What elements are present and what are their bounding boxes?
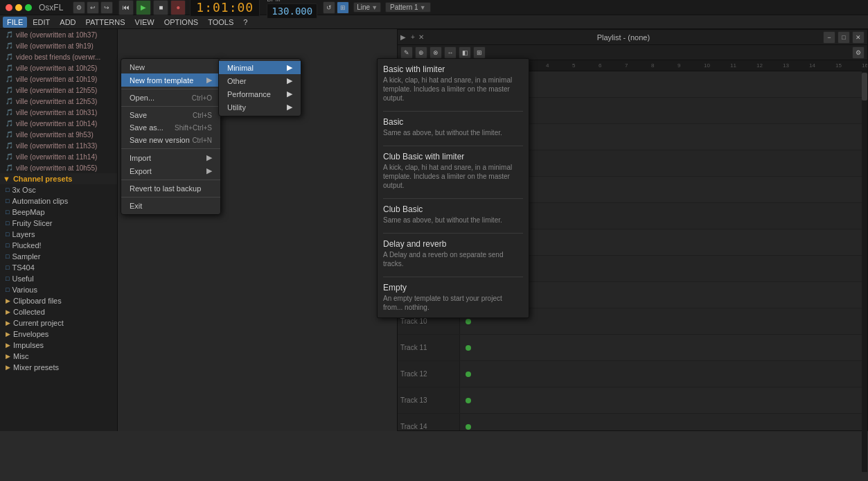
bpm-display[interactable]: 130.000 — [267, 3, 317, 19]
template-menu-utility[interactable]: Utility ▶ — [219, 100, 301, 114]
template-option-club-basic[interactable]: Club Basic Same as above, but without th… — [383, 204, 523, 225]
track-14-content[interactable] — [460, 414, 867, 430]
sidebar-folder-mixer[interactable]: ▶ Mixer presets — [0, 362, 117, 373]
playlist-icon-add[interactable]: + — [411, 33, 415, 41]
ruler-6: 6 — [599, 62, 625, 69]
pl-tb-7[interactable]: ⚙ — [852, 46, 865, 59]
sidebar-preset-plucked[interactable]: □ Plucked! — [0, 240, 117, 251]
sidebar-folder-misc[interactable]: ▶ Misc — [0, 351, 117, 362]
maximize-button[interactable] — [25, 4, 32, 11]
playlist-icon-del[interactable]: ✕ — [418, 33, 424, 41]
sidebar-file-5[interactable]: 🎵 ville (overwritten at 10h19) — [0, 73, 117, 85]
menu-tools[interactable]: TOOLS — [204, 17, 238, 28]
template-option-delay-reverb[interactable]: Delay and reverb A Delay and a reverb on… — [383, 239, 523, 268]
templates-panel: Basic with limiter A kick, clap, hi hat … — [377, 58, 529, 318]
track-11-content[interactable] — [460, 335, 867, 360]
template-menu-performance[interactable]: Performance ▶ — [219, 87, 301, 100]
template-menu-minimal[interactable]: Minimal ▶ — [219, 61, 301, 74]
sidebar-file-13[interactable]: 🎵 ville (overwritten at 10h55) — [0, 162, 117, 173]
pl-tb-5[interactable]: ◧ — [459, 46, 471, 59]
loop-btn[interactable]: ↺ — [323, 1, 335, 14]
sidebar-preset-automation[interactable]: □ Automation clips — [0, 195, 117, 207]
pl-tb-3[interactable]: ⊗ — [429, 46, 442, 59]
sidebar-file-1[interactable]: 🎵 ville (overwritten at 10h37) — [0, 29, 117, 40]
sidebar-file-12[interactable]: 🎵 ville (overwritten at 11h14) — [0, 151, 117, 162]
file-menu-revert[interactable]: Revert to last backup — [121, 182, 220, 195]
record-button[interactable]: ● — [170, 0, 186, 15]
file-menu-save-new[interactable]: Save new version Ctrl+N — [121, 134, 220, 146]
sidebar-file-4-label: ville (overwritten at 10h25) — [16, 64, 97, 72]
sidebar-folder-clipboard[interactable]: ▶ Clipboard files — [0, 295, 117, 306]
line-arrow[interactable]: ▼ — [371, 4, 378, 11]
file-menu-new-template[interactable]: New from template ▶ — [121, 73, 220, 87]
sidebar-file-7[interactable]: 🎵 ville (overwritten at 12h53) — [0, 96, 117, 107]
sidebar-file-6[interactable]: 🎵 ville (overwritten at 12h55) — [0, 85, 117, 96]
pl-tb-1[interactable]: ✎ — [400, 46, 413, 59]
file-menu-new[interactable]: New — [121, 61, 220, 73]
menu-help[interactable]: ? — [239, 17, 251, 28]
sidebar-preset-useful[interactable]: □ Useful — [0, 273, 117, 284]
menu-add[interactable]: ADD — [55, 17, 80, 28]
sidebar-preset-layers[interactable]: □ Layers — [0, 229, 117, 240]
playlist-restore[interactable]: □ — [838, 31, 850, 44]
track-13-content[interactable] — [460, 387, 867, 413]
close-button[interactable] — [6, 4, 12, 11]
pl-tb-2[interactable]: ⊕ — [415, 46, 427, 59]
pl-tb-4[interactable]: ↔ — [444, 46, 457, 59]
sidebar-file-11[interactable]: 🎵 ville (overwritten at 11h33) — [0, 140, 117, 151]
playlist-minimize[interactable]: − — [823, 31, 835, 44]
sidebar-preset-beepmap[interactable]: □ BeepMap — [0, 207, 117, 218]
toolbar-icon-1[interactable]: ⚙ — [73, 1, 85, 14]
template-option-basic[interactable]: Basic Same as above, but without the lim… — [383, 117, 523, 137]
template-option-club-basic-limiter[interactable]: Club Basic with limiter A kick, clap, hi… — [383, 152, 523, 190]
sidebar-file-2[interactable]: 🎵 ville (overwritten at 9h19) — [0, 40, 117, 51]
file-menu-export[interactable]: Export ▶ — [121, 164, 220, 177]
file-menu-import[interactable]: Import ▶ — [121, 151, 220, 164]
play-button[interactable]: ▶ — [136, 0, 151, 15]
sidebar-folder-envelopes[interactable]: ▶ Envelopes — [0, 329, 117, 340]
file-menu-save[interactable]: Save Ctrl+S — [121, 109, 220, 121]
toolbar-icon-3[interactable]: ↪ — [100, 1, 113, 14]
sidebar-file-8[interactable]: 🎵 ville (overwritten at 10h31) — [0, 107, 117, 118]
file-menu-exit[interactable]: Exit — [121, 200, 220, 212]
pattern-arrow[interactable]: ▼ — [420, 4, 426, 11]
track-12-content[interactable] — [460, 361, 867, 387]
sidebar-file-4[interactable]: 🎵 ville (overwritten at 10h25) — [0, 62, 117, 73]
window-controls[interactable] — [6, 4, 32, 11]
toolbar-icon-2[interactable]: ↩ — [87, 1, 99, 14]
menu-view[interactable]: VIEW — [131, 17, 159, 28]
sidebar-folder-collected[interactable]: ▶ Collected — [0, 306, 117, 317]
playlist-icon-play[interactable]: ▶ — [400, 33, 406, 41]
file-menu-save-as[interactable]: Save as... Shift+Ctrl+S — [121, 121, 220, 134]
menu-file[interactable]: FILE — [3, 17, 27, 28]
sidebar-file-10[interactable]: 🎵 ville (overwritten at 9h53) — [0, 129, 117, 140]
minimize-button[interactable] — [15, 4, 22, 11]
playlist-scrollbar-thumb[interactable] — [862, 73, 867, 100]
sidebar-preset-3xosc[interactable]: □ 3x Osc — [0, 184, 117, 195]
menu-options[interactable]: OPTIONS — [160, 17, 203, 28]
channel-presets-header[interactable]: ▼ Channel presets — [0, 173, 117, 184]
sidebar-file-3[interactable]: 🎵 video best friends (overwr... — [0, 51, 117, 62]
template-option-empty[interactable]: Empty An empty template to start your pr… — [383, 283, 523, 312]
sidebar-preset-sampler[interactable]: □ Sampler — [0, 251, 117, 262]
sidebar-preset-various[interactable]: □ Various — [0, 284, 117, 295]
sidebar-preset-fruity-slicer[interactable]: □ Fruity Slicer — [0, 218, 117, 229]
prev-button[interactable]: ⏮ — [118, 0, 134, 15]
template-option-basic-limiter[interactable]: Basic with limiter A kick, clap, hi hat … — [383, 64, 523, 103]
playlist-scrollbar[interactable] — [862, 71, 867, 472]
pl-tb-6[interactable]: ⊞ — [473, 46, 486, 59]
sidebar-folder-impulses[interactable]: ▶ Impulses — [0, 340, 117, 351]
file-menu-open[interactable]: Open... Ctrl+O — [121, 91, 220, 104]
menu-edit[interactable]: EDIT — [28, 17, 54, 28]
sidebar-folder-current[interactable]: ▶ Current project — [0, 317, 117, 329]
stop-button[interactable]: ■ — [153, 0, 168, 15]
template-club-basic-limiter-desc: A kick, clap, hi hat and snare, in a min… — [383, 163, 523, 190]
snap-btn[interactable]: ⊞ — [337, 1, 349, 14]
sidebar-preset-ts404[interactable]: □ TS404 — [0, 262, 117, 273]
sidebar-file-9[interactable]: 🎵 ville (overwritten at 10h14) — [0, 118, 117, 129]
template-basic-limiter-desc: A kick, clap, hi hat and snare, in a min… — [383, 76, 523, 103]
playlist-close[interactable]: ✕ — [852, 31, 865, 44]
menu-patterns[interactable]: PATTERNS — [82, 17, 130, 28]
template-menu-other[interactable]: Other ▶ — [219, 74, 301, 87]
preset-icon-layers: □ — [6, 231, 9, 238]
